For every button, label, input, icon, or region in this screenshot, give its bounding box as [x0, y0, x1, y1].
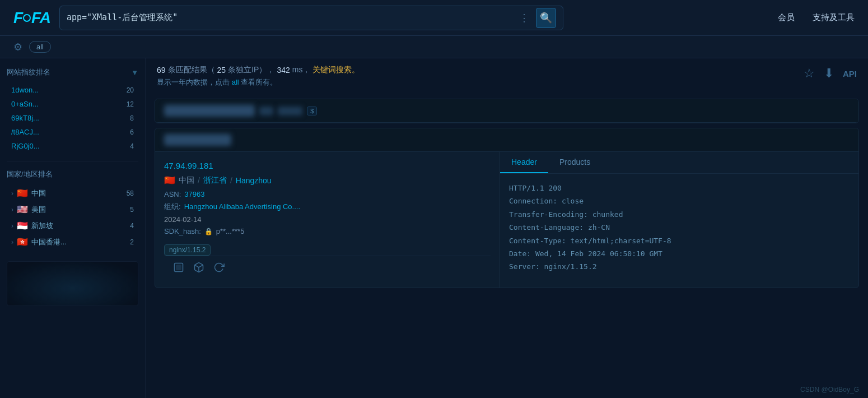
results-bar: 69 条匹配结果（ 25 条独立IP）， 342 ms， 关键词搜索。 [146, 58, 868, 77]
unique-ip-count: 25 [217, 66, 226, 75]
lock-icon: 🔒 [204, 228, 213, 235]
content-area: 69 条匹配结果（ 25 条独立IP）， 342 ms， 关键词搜索。 显示一年… [146, 58, 868, 398]
search-input[interactable] [67, 13, 512, 23]
result-card-top-2: xxxxxxxxx [155, 128, 858, 152]
sdk-value: p**...***5 [216, 227, 245, 235]
china-flag-icon: 🇨🇳 [17, 188, 28, 198]
fingerprint-item-3[interactable]: 69kT8j... 8 [7, 111, 138, 125]
ip-address[interactable]: 47.94.99.181 [164, 161, 491, 170]
search-bar: ⋮ 🔍 [59, 6, 563, 30]
world-map [7, 261, 138, 306]
header-content: HTTP/1.1 200 Connection: close Transfer-… [500, 174, 858, 281]
result-tabs: Header Products [500, 152, 858, 174]
asn-link[interactable]: 37963 [184, 190, 204, 198]
chevron-icon: › [11, 238, 13, 246]
filter-sort-icon[interactable]: ▼ [131, 68, 138, 77]
province-link[interactable]: 浙江省 [203, 175, 227, 186]
result-flag-icon: 🇨🇳 [164, 175, 175, 186]
all-filter-button[interactable]: all [29, 41, 51, 53]
hk-flag-icon: 🇭🇰 [17, 237, 28, 247]
sg-flag-icon: 🇸🇬 [17, 220, 28, 231]
asn-row: ASN: 37963 [164, 190, 491, 198]
more-options-button[interactable]: ⋮ [517, 11, 531, 25]
blurred-url-2: xxxxxxxxx [164, 134, 231, 146]
sdk-row: SDK_hash: 🔒 p**...***5 [164, 227, 491, 235]
logo[interactable]: F FA [13, 9, 50, 27]
tab-header[interactable]: Header [500, 152, 548, 173]
header-line-6: Date: Wed, 14 Feb 2024 06:50:10 GMT [509, 247, 850, 260]
content-toolbar: ☆ ⬇ API [804, 66, 857, 81]
star-icon[interactable]: ☆ [804, 66, 815, 81]
total-results: 69 [157, 66, 166, 75]
blurred-url-1: http://xxxxxxxx.xxx [164, 105, 255, 117]
header-line-5: Content-Type: text/html;charset=UTF-8 [509, 234, 850, 247]
result-card-top-1: http://xxxxxxxx.xxx xx xxxxx $ [155, 99, 858, 123]
logo-circle-icon [23, 14, 31, 22]
result-date: 2024-02-14 [164, 215, 491, 224]
nav-support[interactable]: 支持及工具 [813, 12, 855, 23]
filter-icon[interactable]: ⚙ [13, 41, 22, 53]
main-layout: 网站指纹排名 ▼ 1dwon... 20 0+aSn... 12 69kT8j.… [0, 58, 868, 398]
logo-f-letter: F [13, 9, 22, 27]
search-bar-icons: ⋮ 🔍 [517, 8, 556, 28]
sidebar-divider-1 [7, 161, 138, 161]
blurred-tag-2: xxxxx [278, 107, 303, 115]
header-line-1: HTTP/1.1 200 [509, 182, 850, 195]
result-card-body: 47.94.99.181 🇨🇳 中国 / 浙江省 / Hangzhou ASN:… [155, 152, 858, 288]
all-results-link[interactable]: all [232, 78, 239, 86]
chevron-icon: › [11, 222, 13, 230]
action-icons-row [164, 256, 491, 279]
logo-fa-letters: FA [31, 9, 50, 27]
usa-flag-icon: 🇺🇸 [17, 204, 28, 215]
location-row: 🇨🇳 中国 / 浙江省 / Hangzhou [164, 175, 491, 186]
fingerprint-item-1[interactable]: 1dwon... 20 [7, 83, 138, 97]
keyword-search-link[interactable]: 关键词搜索。 [312, 65, 360, 75]
country-item-hk[interactable]: › 🇭🇰 中国香港... 2 [7, 234, 138, 250]
refresh-icon[interactable] [213, 262, 225, 273]
blurred-tag-1: xx [259, 107, 273, 115]
header-line-2: Connection: close [509, 195, 850, 207]
sidebar: 网站指纹排名 ▼ 1dwon... 20 0+aSn... 12 69kT8j.… [0, 58, 146, 398]
nav-member[interactable]: 会员 [778, 12, 795, 23]
city-link[interactable]: Hangzhou [236, 176, 272, 185]
header: F FA ⋮ 🔍 会员 支持及工具 [0, 0, 868, 36]
chevron-icon: › [11, 189, 13, 197]
header-line-4: Content-Language: zh-CN [509, 221, 850, 234]
result-card-2: xxxxxxxxx 47.94.99.181 🇨🇳 中国 / 浙江省 / Han… [155, 128, 859, 288]
footer-credit: CSDN @OidBoy_G [800, 386, 859, 394]
api-button[interactable]: API [843, 69, 857, 78]
header-line-7: Server: nginx/1.15.2 [509, 260, 850, 273]
result-right-panel: Header Products HTTP/1.1 200 Connection:… [500, 152, 858, 288]
org-link[interactable]: Hangzhou Alibaba Advertising Co.... [184, 202, 300, 211]
fingerprint-section-title: 网站指纹排名 ▼ [7, 67, 138, 77]
country-item-china[interactable]: › 🇨🇳 中国 58 [7, 185, 138, 201]
search-button[interactable]: 🔍 [536, 8, 556, 28]
country-section-title: 国家/地区排名 [7, 169, 138, 179]
header-nav: 会员 支持及工具 [778, 12, 855, 23]
fingerprint-item-4[interactable]: /t8ACJ... 6 [7, 125, 138, 139]
result-card-1: http://xxxxxxxx.xxx xx xxxxx $ [155, 99, 859, 123]
tab-products[interactable]: Products [548, 152, 601, 173]
org-row: 组织: Hangzhou Alibaba Advertising Co.... [164, 202, 491, 212]
fingerprint-item-2[interactable]: 0+aSn... 12 [7, 97, 138, 111]
result-left-panel: 47.94.99.181 🇨🇳 中国 / 浙江省 / Hangzhou ASN:… [155, 152, 500, 288]
result-badge-1: $ [307, 107, 317, 115]
chevron-icon: › [11, 206, 13, 214]
results-note: 显示一年内数据，点击 all 查看所有。 [146, 77, 868, 94]
cube-icon[interactable] [193, 262, 204, 273]
response-time: 342 [277, 66, 290, 75]
country-item-singapore[interactable]: › 🇸🇬 新加坡 4 [7, 217, 138, 234]
nginx-badge: nginx/1.15.2 [164, 244, 211, 256]
fingerprint-item-5[interactable]: RjG0j0... 4 [7, 139, 138, 153]
country-item-usa[interactable]: › 🇺🇸 美国 5 [7, 201, 138, 217]
svg-rect-1 [176, 265, 181, 270]
download-icon[interactable]: ⬇ [824, 66, 834, 81]
toolbar: ⚙ all [0, 36, 868, 58]
screenshot-icon[interactable] [173, 262, 184, 273]
header-line-3: Transfer-Encoding: chunked [509, 208, 850, 221]
